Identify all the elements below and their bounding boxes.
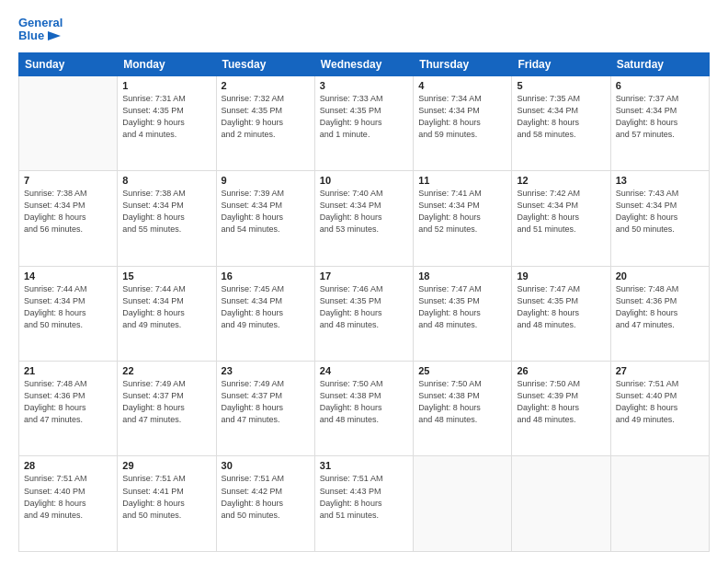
day-cell: 20Sunrise: 7:48 AM Sunset: 4:36 PM Dayli…: [610, 266, 709, 361]
day-cell: 31Sunrise: 7:51 AM Sunset: 4:43 PM Dayli…: [314, 456, 413, 552]
logo-general: General: [18, 17, 63, 29]
day-cell: 11Sunrise: 7:41 AM Sunset: 4:34 PM Dayli…: [414, 171, 512, 266]
calendar-table: SundayMondayTuesdayWednesdayThursdayFrid…: [18, 52, 710, 552]
day-number: 15: [122, 270, 210, 282]
day-cell: 21Sunrise: 7:48 AM Sunset: 4:36 PM Dayli…: [19, 362, 118, 456]
day-info: Sunrise: 7:40 AM Sunset: 4:34 PM Dayligh…: [320, 188, 408, 236]
day-cell: 16Sunrise: 7:45 AM Sunset: 4:34 PM Dayli…: [216, 266, 314, 361]
day-number: 17: [320, 270, 408, 282]
day-info: Sunrise: 7:35 AM Sunset: 4:34 PM Dayligh…: [517, 93, 605, 141]
day-cell: [610, 456, 709, 552]
day-info: Sunrise: 7:51 AM Sunset: 4:42 PM Dayligh…: [222, 473, 310, 521]
day-number: 31: [320, 460, 408, 471]
day-cell: 29Sunrise: 7:51 AM Sunset: 4:41 PM Dayli…: [118, 456, 216, 552]
day-info: Sunrise: 7:41 AM Sunset: 4:34 PM Dayligh…: [418, 188, 506, 236]
svg-marker-0: [48, 31, 61, 40]
day-number: 6: [616, 80, 704, 91]
day-cell: 27Sunrise: 7:51 AM Sunset: 4:40 PM Dayli…: [610, 362, 709, 456]
day-cell: 24Sunrise: 7:50 AM Sunset: 4:38 PM Dayli…: [314, 362, 413, 456]
day-number: 11: [418, 175, 506, 186]
day-cell: 14Sunrise: 7:44 AM Sunset: 4:34 PM Dayli…: [19, 266, 118, 361]
week-row-1: 7Sunrise: 7:38 AM Sunset: 4:34 PM Daylig…: [19, 171, 710, 266]
day-cell: 2Sunrise: 7:32 AM Sunset: 4:35 PM Daylig…: [216, 75, 314, 170]
day-info: Sunrise: 7:51 AM Sunset: 4:40 PM Dayligh…: [24, 473, 112, 521]
day-number: 27: [616, 365, 704, 376]
day-cell: 22Sunrise: 7:49 AM Sunset: 4:37 PM Dayli…: [118, 362, 216, 456]
day-number: 2: [222, 80, 310, 91]
day-number: 22: [122, 365, 210, 376]
day-info: Sunrise: 7:39 AM Sunset: 4:34 PM Dayligh…: [222, 188, 310, 236]
day-cell: [19, 75, 118, 170]
day-number: 28: [24, 460, 112, 471]
day-cell: 26Sunrise: 7:50 AM Sunset: 4:39 PM Dayli…: [512, 362, 610, 456]
day-cell: [512, 456, 610, 552]
day-number: 5: [517, 80, 605, 91]
day-number: 18: [418, 270, 506, 282]
weekday-saturday: Saturday: [610, 52, 709, 75]
day-info: Sunrise: 7:51 AM Sunset: 4:41 PM Dayligh…: [122, 473, 210, 521]
day-cell: 10Sunrise: 7:40 AM Sunset: 4:34 PM Dayli…: [314, 171, 413, 266]
day-cell: 9Sunrise: 7:39 AM Sunset: 4:34 PM Daylig…: [216, 171, 314, 266]
day-info: Sunrise: 7:38 AM Sunset: 4:34 PM Dayligh…: [122, 188, 210, 236]
day-cell: 30Sunrise: 7:51 AM Sunset: 4:42 PM Dayli…: [216, 456, 314, 552]
weekday-header-row: SundayMondayTuesdayWednesdayThursdayFrid…: [19, 52, 710, 75]
day-number: 30: [222, 460, 310, 471]
day-cell: 5Sunrise: 7:35 AM Sunset: 4:34 PM Daylig…: [512, 75, 610, 170]
page: General Blue SundayMondayTuesdayWednesda…: [0, 0, 728, 563]
day-info: Sunrise: 7:48 AM Sunset: 4:36 PM Dayligh…: [24, 378, 112, 426]
day-info: Sunrise: 7:49 AM Sunset: 4:37 PM Dayligh…: [222, 378, 310, 426]
day-cell: 8Sunrise: 7:38 AM Sunset: 4:34 PM Daylig…: [118, 171, 216, 266]
logo: General Blue: [18, 17, 63, 43]
day-number: 26: [517, 365, 605, 376]
day-cell: 25Sunrise: 7:50 AM Sunset: 4:38 PM Dayli…: [414, 362, 512, 456]
day-number: 9: [222, 175, 310, 186]
day-info: Sunrise: 7:42 AM Sunset: 4:34 PM Dayligh…: [517, 188, 605, 236]
day-number: 20: [616, 270, 704, 282]
day-number: 13: [616, 175, 704, 186]
day-info: Sunrise: 7:32 AM Sunset: 4:35 PM Dayligh…: [222, 93, 310, 141]
day-cell: 3Sunrise: 7:33 AM Sunset: 4:35 PM Daylig…: [314, 75, 413, 170]
week-row-2: 14Sunrise: 7:44 AM Sunset: 4:34 PM Dayli…: [19, 266, 710, 361]
week-row-0: 1Sunrise: 7:31 AM Sunset: 4:35 PM Daylig…: [19, 75, 710, 170]
day-number: 10: [320, 175, 408, 186]
day-info: Sunrise: 7:44 AM Sunset: 4:34 PM Dayligh…: [122, 283, 210, 331]
day-number: 23: [222, 365, 310, 376]
day-info: Sunrise: 7:31 AM Sunset: 4:35 PM Dayligh…: [122, 93, 210, 141]
day-info: Sunrise: 7:37 AM Sunset: 4:34 PM Dayligh…: [616, 93, 704, 141]
day-info: Sunrise: 7:43 AM Sunset: 4:34 PM Dayligh…: [616, 188, 704, 236]
day-number: 3: [320, 80, 408, 91]
day-info: Sunrise: 7:50 AM Sunset: 4:39 PM Dayligh…: [517, 378, 605, 426]
day-number: 14: [24, 270, 112, 282]
day-info: Sunrise: 7:47 AM Sunset: 4:35 PM Dayligh…: [418, 283, 506, 331]
day-cell: 13Sunrise: 7:43 AM Sunset: 4:34 PM Dayli…: [610, 171, 709, 266]
day-cell: 28Sunrise: 7:51 AM Sunset: 4:40 PM Dayli…: [19, 456, 118, 552]
day-info: Sunrise: 7:50 AM Sunset: 4:38 PM Dayligh…: [418, 378, 506, 426]
day-info: Sunrise: 7:38 AM Sunset: 4:34 PM Dayligh…: [24, 188, 112, 236]
day-number: 16: [222, 270, 310, 282]
day-info: Sunrise: 7:49 AM Sunset: 4:37 PM Dayligh…: [122, 378, 210, 426]
weekday-tuesday: Tuesday: [216, 52, 314, 75]
weekday-thursday: Thursday: [414, 52, 512, 75]
day-cell: 23Sunrise: 7:49 AM Sunset: 4:37 PM Dayli…: [216, 362, 314, 456]
day-number: 8: [122, 175, 210, 186]
logo-arrow-icon: [46, 29, 63, 42]
day-number: 4: [418, 80, 506, 91]
day-cell: [414, 456, 512, 552]
day-info: Sunrise: 7:33 AM Sunset: 4:35 PM Dayligh…: [320, 93, 408, 141]
day-cell: 7Sunrise: 7:38 AM Sunset: 4:34 PM Daylig…: [19, 171, 118, 266]
day-number: 19: [517, 270, 605, 282]
logo-blue: Blue: [18, 29, 44, 42]
day-cell: 17Sunrise: 7:46 AM Sunset: 4:35 PM Dayli…: [314, 266, 413, 361]
day-number: 24: [320, 365, 408, 376]
weekday-friday: Friday: [512, 52, 610, 75]
day-info: Sunrise: 7:48 AM Sunset: 4:36 PM Dayligh…: [616, 283, 704, 331]
header: General Blue: [18, 17, 710, 43]
weekday-monday: Monday: [118, 52, 216, 75]
day-number: 1: [122, 80, 210, 91]
day-number: 25: [418, 365, 506, 376]
day-number: 12: [517, 175, 605, 186]
week-row-4: 28Sunrise: 7:51 AM Sunset: 4:40 PM Dayli…: [19, 456, 710, 552]
day-number: 7: [24, 175, 112, 186]
day-info: Sunrise: 7:47 AM Sunset: 4:35 PM Dayligh…: [517, 283, 605, 331]
day-info: Sunrise: 7:45 AM Sunset: 4:34 PM Dayligh…: [222, 283, 310, 331]
